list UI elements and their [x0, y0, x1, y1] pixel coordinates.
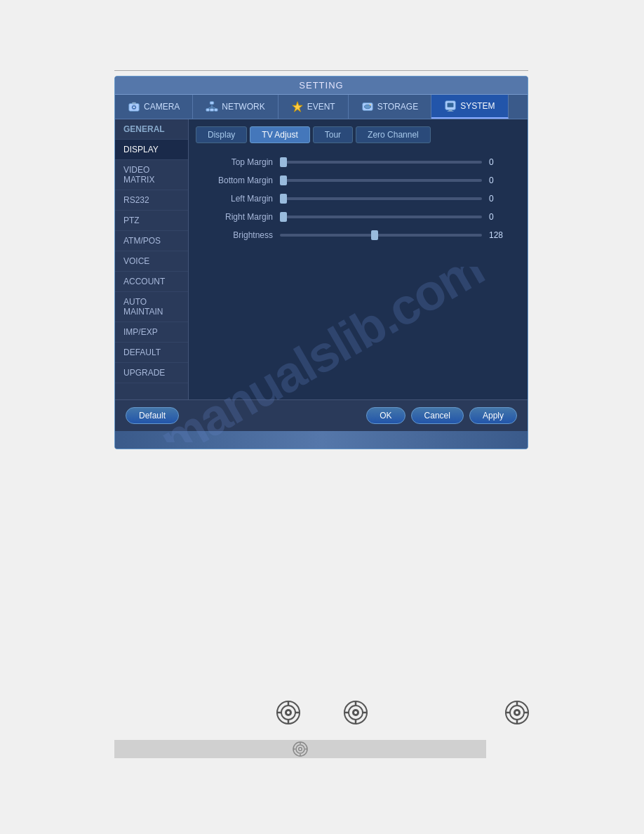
top-margin-value: 0	[489, 157, 514, 167]
sidebar-item-upgrade[interactable]: UPGRADE	[115, 363, 188, 383]
bottom-margin-track	[280, 179, 482, 182]
right-margin-slider[interactable]	[280, 212, 482, 222]
sidebar-item-display[interactable]: DISPLAY	[115, 140, 188, 160]
page-container: SETTING CAMERA	[0, 0, 644, 834]
sidebar-item-ptz[interactable]: PTZ	[115, 211, 188, 231]
gear-icon-2	[343, 700, 368, 725]
content-spacer	[196, 252, 521, 392]
bottom-icon-1	[276, 700, 301, 725]
svg-point-23	[287, 711, 290, 714]
svg-rect-19	[448, 111, 454, 112]
progress-icon	[292, 741, 309, 757]
svg-point-47	[300, 748, 302, 750]
event-icon	[291, 100, 304, 113]
nav-tabs: CAMERA NETWORK	[115, 95, 528, 119]
sidebar-item-video-matrix[interactable]: VIDEO MATRIX	[115, 160, 188, 190]
setting-row-bottom-margin: Bottom Margin 0	[203, 176, 514, 185]
cancel-button[interactable]: Cancel	[411, 407, 464, 424]
sidebar-item-voice[interactable]: VOICE	[115, 251, 188, 272]
sub-tabs: Display TV Adjust Tour Zero Channel	[196, 126, 521, 143]
sidebar-item-atm-pos[interactable]: ATM/POS	[115, 231, 188, 251]
right-margin-value: 0	[489, 212, 514, 222]
settings-area: Top Margin 0 Bottom Margin	[196, 154, 521, 252]
system-icon	[444, 100, 457, 112]
setting-row-brightness: Brightness 128	[203, 230, 514, 240]
sidebar: GENERAL DISPLAY VIDEO MATRIX RS232 PTZ A…	[115, 119, 189, 399]
tab-event[interactable]: EVENT	[279, 95, 349, 119]
svg-rect-3	[132, 102, 135, 105]
bottom-margin-value: 0	[489, 176, 514, 185]
tab-system[interactable]: SYSTEM	[431, 95, 508, 119]
main-panel: Display TV Adjust Tour Zero Channel	[189, 119, 528, 399]
dialog-bottom-bar	[115, 431, 528, 449]
subtab-tour[interactable]: Tour	[313, 126, 353, 143]
sidebar-item-rs232[interactable]: RS232	[115, 190, 188, 211]
left-margin-value: 0	[489, 194, 514, 204]
right-margin-track	[280, 216, 482, 218]
svg-rect-18	[448, 110, 452, 111]
tab-camera-label: CAMERA	[144, 102, 180, 112]
dialog-title: SETTING	[115, 77, 528, 95]
svg-rect-7	[215, 109, 218, 112]
bottom-icon-2	[343, 700, 368, 725]
right-margin-label: Right Margin	[203, 212, 273, 222]
bottom-icon-3	[504, 700, 530, 725]
svg-point-14	[364, 105, 370, 108]
setting-row-right-margin: Right Margin 0	[203, 212, 514, 222]
left-margin-thumb[interactable]	[280, 194, 287, 204]
subtab-zero-channel[interactable]: Zero Channel	[356, 126, 431, 143]
dialog-footer: Default OK Cancel Apply	[115, 399, 528, 431]
setting-row-left-margin: Left Margin 0	[203, 194, 514, 204]
svg-rect-17	[448, 103, 454, 107]
top-divider	[114, 70, 528, 71]
apply-button[interactable]: Apply	[469, 407, 517, 424]
content-area: GENERAL DISPLAY VIDEO MATRIX RS232 PTZ A…	[115, 119, 528, 399]
action-buttons: OK Cancel Apply	[366, 407, 517, 424]
top-margin-track	[280, 161, 482, 164]
setting-row-top-margin: Top Margin 0	[203, 157, 514, 167]
progress-gear-icon	[292, 741, 309, 757]
default-button[interactable]: Default	[126, 407, 179, 424]
svg-marker-12	[292, 102, 302, 112]
subtab-tv-adjust[interactable]: TV Adjust	[250, 126, 309, 143]
storage-icon	[361, 100, 374, 113]
bottom-margin-thumb[interactable]	[280, 176, 287, 185]
sidebar-item-account[interactable]: ACCOUNT	[115, 272, 188, 292]
sidebar-item-imp-exp[interactable]: IMP/EXP	[115, 322, 188, 343]
svg-point-39	[516, 711, 518, 714]
tab-event-label: EVENT	[307, 102, 335, 112]
svg-point-31	[354, 711, 357, 714]
tab-camera[interactable]: CAMERA	[115, 95, 193, 119]
top-margin-label: Top Margin	[203, 157, 273, 167]
subtab-display[interactable]: Display	[196, 126, 247, 143]
brightness-track	[280, 234, 482, 237]
brightness-slider[interactable]	[280, 230, 482, 240]
brightness-thumb[interactable]	[371, 230, 378, 240]
tab-network[interactable]: NETWORK	[193, 95, 278, 119]
tab-storage[interactable]: STORAGE	[349, 95, 431, 119]
brightness-value: 128	[489, 230, 514, 240]
bottom-progress-bar	[114, 740, 486, 758]
bottom-margin-slider[interactable]	[280, 176, 482, 185]
bottom-margin-label: Bottom Margin	[203, 176, 273, 185]
settings-dialog: SETTING CAMERA	[114, 76, 528, 449]
network-icon	[206, 100, 218, 113]
svg-point-15	[369, 104, 370, 105]
right-margin-thumb[interactable]	[280, 212, 287, 222]
svg-rect-6	[210, 109, 214, 112]
sidebar-item-general[interactable]: GENERAL	[115, 119, 188, 140]
camera-icon	[128, 100, 140, 113]
left-margin-label: Left Margin	[203, 194, 273, 204]
top-margin-slider[interactable]	[280, 157, 482, 167]
sidebar-item-auto-maintain[interactable]: AUTO MAINTAIN	[115, 292, 188, 322]
svg-rect-4	[210, 102, 214, 105]
left-margin-slider[interactable]	[280, 194, 482, 204]
tab-storage-label: STORAGE	[377, 102, 418, 112]
bottom-icons-row	[0, 700, 644, 725]
svg-rect-5	[206, 109, 210, 112]
tab-system-label: SYSTEM	[460, 101, 495, 111]
top-margin-thumb[interactable]	[280, 157, 287, 167]
sidebar-item-default[interactable]: DEFAULT	[115, 343, 188, 363]
ok-button[interactable]: OK	[366, 407, 405, 424]
left-margin-track	[280, 197, 482, 200]
